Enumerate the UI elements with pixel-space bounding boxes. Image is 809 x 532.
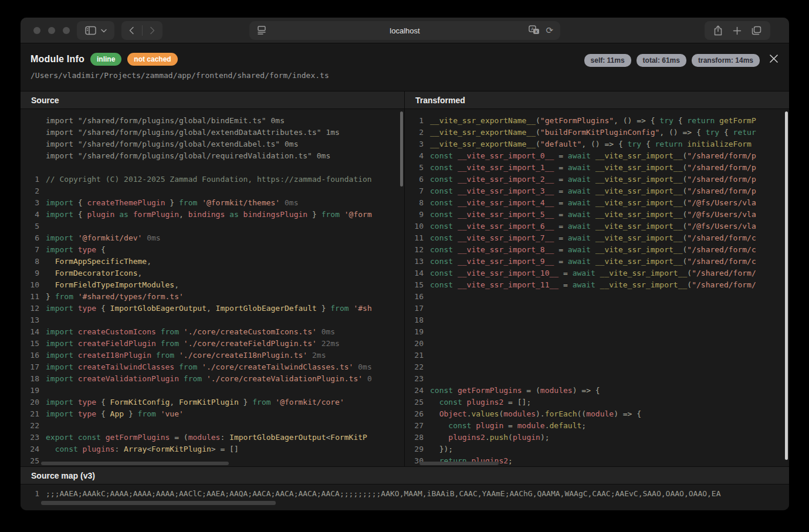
- share-icon[interactable]: [713, 25, 723, 36]
- code-line: 21: [409, 350, 789, 361]
- code-line: 24const getFormPlugins = (modules) => {: [409, 385, 789, 397]
- code-line: import "/shared/form/plugins/global/requ…: [25, 150, 404, 162]
- code-line: 10 FormFieldTypeImportModules,: [25, 279, 404, 291]
- new-tab-icon[interactable]: [733, 26, 742, 35]
- code-line: 1;;;AAEA;AAAkC;AAAA;AAAA;AAAA;AAClC;AAEA…: [25, 488, 789, 500]
- code-line: 7import type {: [25, 244, 404, 256]
- minimize-window-button[interactable]: [48, 27, 55, 34]
- code-line: 22: [25, 420, 404, 432]
- traffic-lights: [33, 27, 70, 34]
- code-line: import "/shared/form/plugins/global/exte…: [25, 138, 404, 150]
- code-line: 1// Copyright (C) 2012-2025 Zammad Found…: [25, 174, 404, 185]
- close-icon[interactable]: [768, 53, 780, 65]
- page-title: Module Info: [31, 54, 84, 65]
- code-line: 9 FormDecoratorIcons,: [25, 267, 404, 279]
- cache-status-badge: not cached: [127, 53, 177, 66]
- code-line: 2__vite_ssr_exportName__("buildFormKitPl…: [409, 127, 789, 138]
- code-line: 4const __vite_ssr_import_0__ = await __v…: [409, 150, 789, 162]
- browser-toolbar: localhost Ax ⟳: [21, 18, 789, 43]
- code-line: import "/shared/form/plugins/global/exte…: [25, 127, 404, 138]
- transform-time-badge: transform: 14ms: [692, 54, 760, 67]
- back-button[interactable]: [122, 21, 142, 40]
- code-line: 3import { createThemePlugin } from '@for…: [25, 197, 404, 209]
- code-line: 2: [25, 185, 404, 197]
- self-time-badge: self: 11ms: [584, 54, 631, 67]
- nav-buttons: [121, 21, 163, 40]
- address-bar[interactable]: localhost Ax ⟳: [249, 21, 560, 40]
- tab-overview-icon[interactable]: [752, 26, 761, 35]
- code-line: 6import '@formkit/dev' 0ms: [25, 232, 404, 244]
- browser-window: localhost Ax ⟳ Module Info inline: [21, 18, 789, 510]
- sidebar-toggle-button[interactable]: [77, 21, 114, 40]
- source-panel: Source import "/shared/form/plugins/glob…: [21, 92, 405, 466]
- code-line: 9const __vite_ssr_import_5__ = await __v…: [409, 209, 789, 221]
- code-line: 18import createValidationPlugin from './…: [25, 373, 404, 385]
- code-line: 5: [25, 221, 404, 232]
- code-line: 7const __vite_ssr_import_3__ = await __v…: [409, 185, 789, 197]
- code-line: [25, 162, 404, 174]
- source-horizontal-scrollbar[interactable]: [41, 462, 229, 465]
- code-line: 19: [25, 385, 404, 397]
- source-vertical-scrollbar[interactable]: [400, 111, 403, 187]
- code-line: 14import createCustomIcons from './core/…: [25, 326, 404, 338]
- translate-icon[interactable]: Ax: [529, 25, 540, 35]
- close-window-button[interactable]: [33, 27, 40, 34]
- code-line: 16import createI18nPlugin from './core/c…: [25, 350, 404, 361]
- sourcemap-title: Source map (v3): [21, 467, 789, 484]
- toolbar-right-group: [705, 21, 770, 40]
- code-line: 10const __vite_ssr_import_6__ = await __…: [409, 221, 789, 232]
- svg-text:x: x: [535, 29, 537, 33]
- code-line: 6const __vite_ssr_import_2__ = await __v…: [409, 174, 789, 185]
- code-line: 28 plugins2.push(plugin);: [409, 432, 789, 443]
- chevron-down-icon: [101, 29, 107, 33]
- code-line: 17: [409, 303, 789, 314]
- code-line: 18: [409, 314, 789, 326]
- code-line: 25 const plugins2 = [];: [409, 397, 789, 408]
- code-panels: Source import "/shared/form/plugins/glob…: [21, 92, 789, 466]
- code-line: 17import createTailwindClasses from './c…: [25, 361, 404, 373]
- code-line: 22: [409, 361, 789, 373]
- module-file-path: /Users/vladimir/Projects/zammad/app/fron…: [31, 71, 329, 80]
- url-text: localhost: [390, 26, 419, 35]
- code-line: 20import type { FormKitConfig, FormKitPl…: [25, 397, 404, 408]
- code-line: 12const __vite_ssr_import_8__ = await __…: [409, 244, 789, 256]
- code-line: 4import { plugin as formPlugin, bindings…: [25, 209, 404, 221]
- code-line: import "/shared/form/plugins/global/bind…: [25, 115, 404, 127]
- code-line: 23: [409, 373, 789, 385]
- transformed-panel: Transformed 1__vite_ssr_exportName__("ge…: [405, 92, 789, 466]
- code-line: 19: [409, 326, 789, 338]
- code-line: 21import type { App } from 'vue': [25, 408, 404, 420]
- code-line: 11const __vite_ssr_import_7__ = await __…: [409, 232, 789, 244]
- transformed-horizontal-scrollbar[interactable]: [419, 462, 499, 465]
- code-line: 16: [409, 291, 789, 303]
- transformed-vertical-scrollbar[interactable]: [785, 111, 788, 460]
- total-time-badge: total: 61ms: [637, 54, 686, 67]
- code-line: 27 const plugin = module.default;: [409, 420, 789, 432]
- code-line: 15const __vite_ssr_import_11__ = await _…: [409, 279, 789, 291]
- code-line: 12import type { ImportGlobEagerOutput, I…: [25, 303, 404, 314]
- code-line: 13const __vite_ssr_import_9__ = await __…: [409, 256, 789, 267]
- code-line: 1__vite_ssr_exportName__("getFormPlugins…: [409, 115, 789, 127]
- inline-badge: inline: [90, 53, 121, 66]
- sourcemap-section: Source map (v3) 1;;;AAEA;AAAkC;AAAA;AAAA…: [21, 466, 789, 510]
- code-line: 29 });: [409, 443, 789, 455]
- forward-button[interactable]: [143, 21, 163, 40]
- source-code-area[interactable]: import "/shared/form/plugins/global/bind…: [21, 109, 404, 466]
- code-line: 24 const plugins: Array<FormKitPlugin> =…: [25, 443, 404, 455]
- reload-icon[interactable]: ⟳: [546, 26, 553, 35]
- reader-view-icon[interactable]: [258, 26, 266, 35]
- transformed-panel-title: Transformed: [405, 92, 789, 109]
- code-line: 26 Object.values(modules).forEach((modul…: [409, 408, 789, 420]
- sourcemap-code-area[interactable]: 1;;;AAEA;AAAkC;AAAA;AAAA;AAAA;AAClC;AAEA…: [21, 484, 789, 500]
- code-line: 3__vite_ssr_exportName__("default", () =…: [409, 138, 789, 150]
- code-line: 11} from '#shared/types/form.ts': [25, 291, 404, 303]
- code-line: 15import createFieldPlugin from './core/…: [25, 338, 404, 350]
- source-panel-title: Source: [21, 92, 404, 109]
- timing-stats: self: 11ms total: 61ms transform: 14ms: [584, 54, 760, 67]
- code-line: 8const __vite_ssr_import_4__ = await __v…: [409, 197, 789, 209]
- sourcemap-horizontal-scrollbar[interactable]: [41, 501, 276, 505]
- code-line: 13: [25, 314, 404, 326]
- module-info-header: Module Info inline not cached /Users/vla…: [21, 43, 789, 92]
- zoom-window-button[interactable]: [63, 27, 70, 34]
- transformed-code-area[interactable]: 1__vite_ssr_exportName__("getFormPlugins…: [405, 109, 789, 466]
